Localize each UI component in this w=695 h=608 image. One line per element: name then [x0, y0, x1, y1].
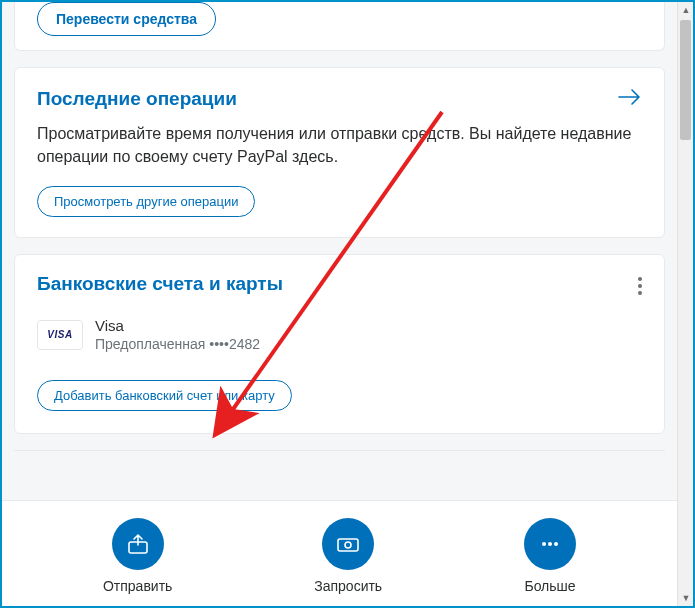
nav-more-label: Больше	[524, 578, 575, 594]
wallet-card: Банковские счета и карты VISA Visa Предо…	[14, 254, 665, 434]
scrollbar[interactable]: ▲ ▼	[677, 2, 693, 606]
card-subtype-label: Предоплаченная ••••2482	[95, 336, 260, 352]
recent-activity-title: Последние операции	[37, 88, 237, 110]
wallet-title: Банковские счета и карты	[37, 273, 642, 295]
bottom-nav: Отправить Запросить Больше	[2, 500, 677, 606]
view-more-activity-button[interactable]: Просмотреть другие операции	[37, 186, 255, 217]
nav-request-button[interactable]: Запросить	[314, 518, 382, 594]
scroll-up-icon[interactable]: ▲	[678, 2, 694, 18]
recent-activity-card: Последние операции Просматривайте время …	[14, 67, 665, 238]
scrollbar-thumb[interactable]	[680, 20, 691, 140]
svg-point-4	[548, 542, 552, 546]
nav-send-label: Отправить	[103, 578, 172, 594]
send-icon	[112, 518, 164, 570]
arrow-right-icon[interactable]	[618, 86, 642, 112]
scroll-down-icon[interactable]: ▼	[678, 590, 694, 606]
recent-activity-description: Просматривайте время получения или отпра…	[37, 122, 642, 168]
svg-point-5	[554, 542, 558, 546]
payment-card-row[interactable]: VISA Visa Предоплаченная ••••2482	[37, 317, 642, 352]
kebab-menu-icon[interactable]	[634, 273, 646, 299]
card-brand-label: Visa	[95, 317, 260, 334]
divider	[14, 450, 665, 451]
svg-point-2	[345, 542, 351, 548]
transfer-funds-button[interactable]: Перевести средства	[37, 2, 216, 36]
visa-card-icon: VISA	[37, 320, 83, 350]
more-icon	[524, 518, 576, 570]
nav-more-button[interactable]: Больше	[524, 518, 576, 594]
nav-send-button[interactable]: Отправить	[103, 518, 172, 594]
add-bank-or-card-button[interactable]: Добавить банковский счет или карту	[37, 380, 292, 411]
partial-card-top: Перевести средства	[14, 2, 665, 51]
nav-request-label: Запросить	[314, 578, 382, 594]
svg-rect-1	[338, 539, 358, 551]
request-icon	[322, 518, 374, 570]
svg-point-3	[542, 542, 546, 546]
